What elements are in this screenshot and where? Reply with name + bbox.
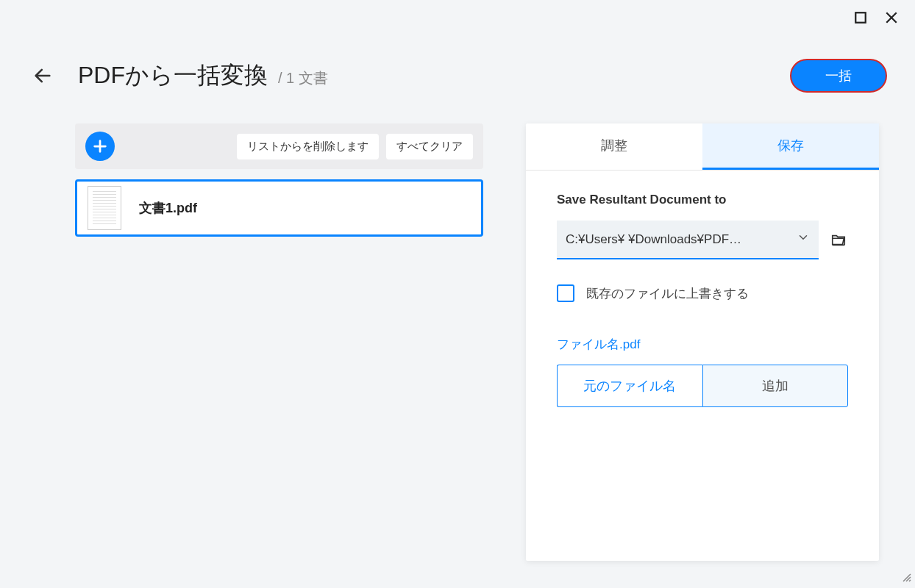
file-thumbnail-icon — [88, 186, 121, 230]
file-toolbar: リストからを削除します すべてクリア — [75, 123, 483, 169]
original-filename-button[interactable]: 元のファイル名 — [557, 365, 702, 407]
chevron-down-icon — [797, 231, 810, 248]
add-file-button[interactable] — [85, 132, 115, 161]
settings-tabs: 調整 保存 — [526, 123, 879, 171]
batch-convert-button[interactable]: 一括 — [790, 59, 887, 93]
browse-folder-button[interactable] — [829, 232, 848, 248]
add-suffix-button[interactable]: 追加 — [702, 365, 849, 407]
close-button[interactable] — [884, 10, 899, 25]
maximize-button[interactable] — [853, 10, 868, 25]
page-title: PDFから一括変換 — [78, 60, 268, 92]
filename-heading[interactable]: ファイル名.pdf — [557, 336, 848, 353]
remove-from-list-button[interactable]: リストからを削除します — [237, 134, 379, 159]
tab-save[interactable]: 保存 — [702, 123, 879, 170]
save-destination-label: Save Resultant Document to — [557, 193, 848, 207]
save-path-dropdown[interactable]: C:¥Users¥ ¥Downloads¥PDF… — [557, 220, 819, 259]
tab-adjust[interactable]: 調整 — [526, 123, 702, 170]
overwrite-label: 既存のファイルに上書きする — [586, 285, 749, 302]
doc-count: / 1 文書 — [278, 68, 328, 88]
clear-all-button[interactable]: すべてクリア — [386, 134, 473, 159]
settings-column: 調整 保存 Save Resultant Document to C:¥User… — [526, 123, 879, 573]
header: PDFから一括変換 / 1 文書 一括 — [28, 59, 887, 93]
file-item[interactable]: 文書1.pdf — [75, 179, 483, 237]
svg-rect-0 — [855, 12, 866, 23]
file-list-column: リストからを削除します すべてクリア 文書1.pdf — [75, 123, 483, 573]
back-button[interactable] — [28, 61, 57, 90]
resize-grip-icon[interactable] — [902, 573, 912, 585]
overwrite-checkbox[interactable] — [557, 284, 574, 302]
file-name: 文書1.pdf — [139, 199, 197, 217]
save-path-text: C:¥Users¥ ¥Downloads¥PDF… — [566, 232, 741, 247]
